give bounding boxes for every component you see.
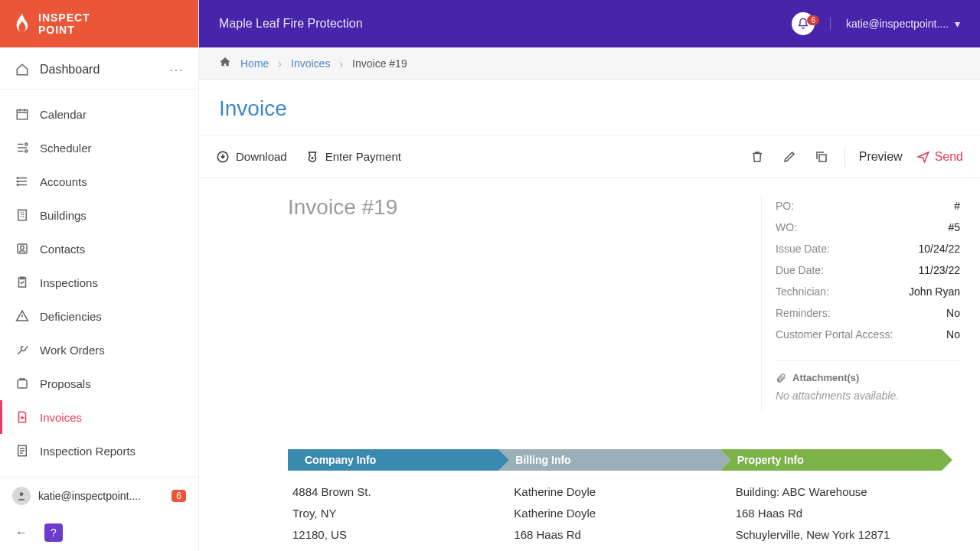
billing-contact: Katherine Doyle bbox=[514, 503, 730, 524]
property-building: Building: ABC Warehouse bbox=[736, 481, 952, 503]
brand-line2: POINT bbox=[38, 24, 90, 36]
sidebar-item-deficiencies[interactable]: Deficiencies bbox=[0, 299, 198, 333]
sidebar-user-email: katie@inspectpoint.... bbox=[38, 490, 141, 502]
pencil-icon bbox=[782, 150, 796, 164]
breadcrumb-home[interactable]: Home bbox=[240, 57, 269, 70]
sidebar-item-label: Proposals bbox=[40, 377, 91, 390]
home-icon[interactable] bbox=[219, 56, 231, 70]
sidebar-item-inspections[interactable]: Inspections bbox=[0, 266, 198, 299]
scheduler-icon bbox=[15, 141, 29, 155]
svg-rect-14 bbox=[819, 155, 826, 161]
sidebar-item-buildings[interactable]: Buildings bbox=[0, 198, 198, 232]
attachments-empty: No attachments available. bbox=[776, 383, 960, 402]
more-options-icon[interactable]: ⋯ bbox=[169, 61, 183, 78]
buildings-icon bbox=[15, 208, 29, 222]
sidebar-nav: CalendarSchedulerAccountsBuildingsContac… bbox=[0, 90, 198, 477]
invoice-number-title: Invoice #19 bbox=[219, 195, 761, 411]
svg-point-12 bbox=[20, 492, 24, 496]
home-outline-icon bbox=[15, 63, 29, 77]
collapse-sidebar-icon[interactable]: ← bbox=[15, 526, 28, 540]
svg-rect-0 bbox=[17, 110, 28, 119]
svg-point-4 bbox=[17, 181, 18, 182]
reminders-value: No bbox=[946, 307, 960, 319]
billing-name: Katherine Doyle bbox=[514, 481, 730, 503]
attachments-heading: Attachment(s) bbox=[792, 372, 859, 383]
contacts-icon bbox=[15, 242, 29, 256]
sidebar-user-row[interactable]: katie@inspectpoint.... 6 bbox=[0, 477, 198, 514]
breadcrumb-invoices[interactable]: Invoices bbox=[291, 57, 330, 70]
sidebar-item-scheduler[interactable]: Scheduler bbox=[0, 131, 198, 165]
property-city: Schuylerville, New York 12871 bbox=[736, 524, 952, 546]
svg-point-8 bbox=[21, 246, 24, 249]
download-label: Download bbox=[236, 150, 287, 163]
brand-logo[interactable]: INSPECTPOINT bbox=[0, 0, 198, 47]
calendar-icon bbox=[15, 107, 29, 121]
proposals-icon bbox=[15, 377, 29, 390]
portal-label: Customer Portal Access: bbox=[776, 328, 893, 341]
sidebar-item-label: Scheduler bbox=[40, 142, 92, 155]
svg-rect-10 bbox=[18, 380, 27, 389]
issue-date-label: Issue Date: bbox=[776, 243, 830, 255]
company-street: 4884 Brown St. bbox=[292, 481, 509, 503]
edit-button[interactable] bbox=[780, 148, 799, 166]
wo-label: WO: bbox=[776, 221, 797, 233]
sidebar-item-workorders[interactable]: Work Orders bbox=[0, 333, 198, 367]
payment-icon bbox=[305, 150, 319, 164]
billing-city: Schuylerville, New York bbox=[514, 546, 730, 551]
svg-point-5 bbox=[17, 184, 18, 186]
wo-value: #5 bbox=[948, 221, 960, 233]
invoice-meta-panel: PO:# WO:#5 Issue Date:10/24/22 Due Date:… bbox=[761, 195, 960, 411]
sidebar-item-label: Deficiencies bbox=[40, 310, 102, 323]
sidebar-item-accounts[interactable]: Accounts bbox=[0, 165, 198, 198]
send-label: Send bbox=[935, 150, 963, 164]
topbar-user-email: katie@inspectpoint.... bbox=[846, 18, 949, 30]
copy-icon bbox=[815, 150, 828, 164]
enter-payment-label: Enter Payment bbox=[325, 150, 401, 163]
sidebar-item-proposals[interactable]: Proposals bbox=[0, 367, 198, 400]
due-date-label: Due Date: bbox=[776, 264, 824, 276]
duplicate-button[interactable] bbox=[812, 148, 831, 166]
workorders-icon bbox=[15, 343, 29, 357]
sidebar-dashboard-row[interactable]: Dashboard ⋯ bbox=[0, 47, 198, 90]
brand-line1: INSPECT bbox=[38, 11, 90, 24]
reports-icon bbox=[15, 444, 29, 458]
topbar: Maple Leaf Fire Protection 6 katie@inspe… bbox=[199, 0, 980, 47]
company-zip: 12180, US bbox=[292, 524, 509, 546]
trash-icon bbox=[750, 150, 764, 164]
technician-label: Technician: bbox=[776, 285, 829, 298]
sidebar-item-contacts[interactable]: Contacts bbox=[0, 232, 198, 266]
user-menu[interactable]: katie@inspectpoint.... ▾ bbox=[830, 18, 960, 30]
billing-info-heading: Billing Info bbox=[498, 449, 730, 471]
sidebar-item-reports[interactable]: Inspection Reports bbox=[0, 434, 198, 468]
download-button[interactable]: Download bbox=[216, 150, 287, 164]
page-title-area: Invoice bbox=[199, 80, 980, 135]
sidebar-item-label: Invoices bbox=[40, 411, 82, 424]
invoice-toolbar: Download Enter Payment Preview Send bbox=[199, 135, 980, 178]
main-area: Maple Leaf Fire Protection 6 katie@inspe… bbox=[199, 0, 980, 551]
help-button[interactable]: ? bbox=[44, 523, 63, 542]
flame-icon bbox=[14, 13, 31, 34]
technician-value: John Ryan bbox=[909, 285, 960, 298]
enter-payment-button[interactable]: Enter Payment bbox=[305, 150, 401, 164]
due-date-value: 11/23/22 bbox=[919, 264, 961, 276]
po-label: PO: bbox=[776, 200, 794, 212]
toolbar-separator bbox=[844, 146, 845, 168]
reminders-label: Reminders: bbox=[776, 307, 831, 319]
sidebar-item-invoices[interactable]: Invoices bbox=[0, 400, 198, 434]
portal-value: No bbox=[946, 328, 960, 341]
send-button[interactable]: Send bbox=[916, 150, 963, 164]
property-street: 168 Haas Rd bbox=[736, 503, 952, 524]
po-value: # bbox=[954, 200, 960, 212]
preview-button[interactable]: Preview bbox=[859, 150, 903, 164]
deficiencies-icon bbox=[15, 309, 29, 323]
send-icon bbox=[916, 150, 930, 164]
issue-date-value: 10/24/22 bbox=[919, 243, 961, 255]
avatar bbox=[12, 487, 31, 505]
paperclip-icon bbox=[776, 373, 786, 383]
delete-button[interactable] bbox=[748, 148, 766, 166]
notifications-button[interactable]: 6 bbox=[792, 12, 815, 35]
svg-point-3 bbox=[17, 178, 18, 179]
sidebar-item-calendar[interactable]: Calendar bbox=[0, 97, 198, 131]
svg-point-2 bbox=[25, 150, 28, 152]
breadcrumb-current: Invoice #19 bbox=[352, 57, 407, 70]
